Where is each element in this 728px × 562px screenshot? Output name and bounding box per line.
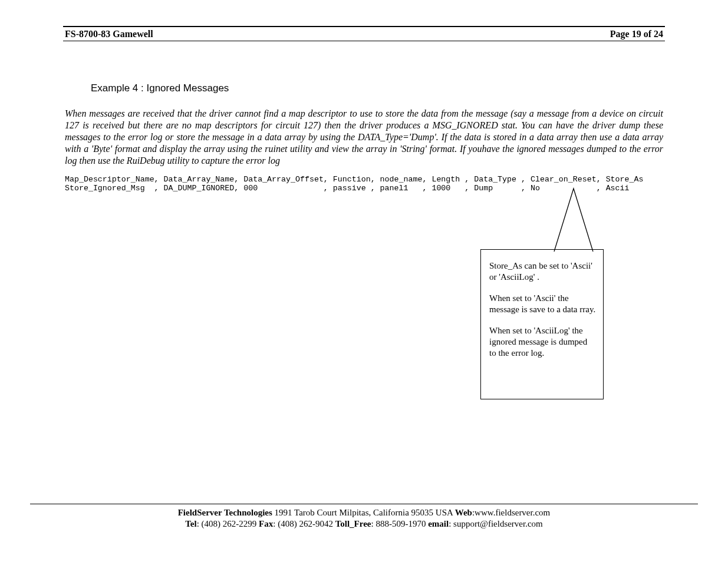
code-line-1: Map_Descriptor_Name, Data_Array_Name, Da… — [65, 175, 643, 184]
header-top-rule — [63, 26, 665, 27]
footer-email-value: : support@fieldserver.com — [449, 519, 543, 528]
footer-web-value: :www.fieldserver.com — [472, 508, 550, 517]
document-page: FS-8700-83 Gamewell Page 19 of 24 Exampl… — [0, 0, 728, 562]
page-footer: FieldServer Technologies 1991 Tarob Cour… — [30, 507, 698, 530]
code-line-2: Store_Ignored_Msg , DA_DUMP_IGNORED, 000… — [65, 184, 630, 193]
footer-address: 1991 Tarob Court Milpitas, California 95… — [272, 508, 455, 517]
footer-tel-label: Tel — [185, 519, 196, 528]
footer-fax-value: : (408) 262-9042 — [273, 519, 335, 528]
page-header: FS-8700-83 Gamewell Page 19 of 24 — [65, 29, 663, 39]
code-block: Map_Descriptor_Name, Data_Array_Name, Da… — [65, 175, 643, 193]
body-paragraph: When messages are received that the driv… — [65, 108, 663, 167]
footer-web-label: Web — [455, 508, 472, 517]
footer-email-label: email — [428, 519, 449, 528]
footer-tel-value: : (408) 262-2299 — [197, 519, 259, 528]
callout-pointer — [553, 187, 594, 253]
header-right: Page 19 of 24 — [610, 29, 663, 39]
callout-box: Store_As can be set to 'Ascii' or 'Ascii… — [480, 249, 604, 399]
header-bottom-rule — [63, 41, 665, 41]
callout-p2: When set to 'Ascii' the message is save … — [489, 293, 596, 315]
footer-fax-label: Fax — [259, 519, 273, 528]
example-heading: Example 4 : Ignored Messages — [91, 82, 229, 94]
callout-p3: When set to 'AsciiLog' the ignored messa… — [489, 325, 596, 359]
footer-company: FieldServer Technologies — [178, 508, 272, 517]
footer-rule — [30, 504, 698, 504]
callout-p1: Store_As can be set to 'Ascii' or 'Ascii… — [489, 260, 596, 283]
header-left: FS-8700-83 Gamewell — [65, 29, 153, 39]
footer-tollfree-value: : 888-509-1970 — [371, 519, 428, 528]
footer-tollfree-label: Toll_Free — [335, 519, 371, 528]
